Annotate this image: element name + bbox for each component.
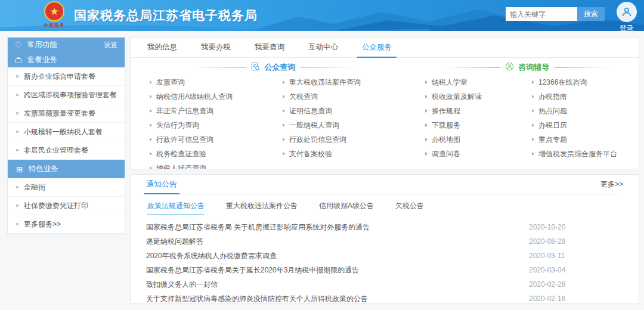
sidebar-item-social-insurance[interactable]: 社保费缴费凭证打印 <box>8 197 125 215</box>
consult-link-tax-guide[interactable]: 办税指南 <box>532 89 639 104</box>
consult-section: 咨询辅导 纳税人学堂 税收政策及解读 操作规程 下载服务 办税地图 调查问卷 <box>416 61 639 169</box>
bullet-icon <box>16 223 18 225</box>
emblem-caption: 中国税务 <box>44 22 65 29</box>
sidebar-item-invoice-limit[interactable]: 发票限额票量变更套餐 <box>8 104 125 123</box>
notice-link[interactable]: 国家税务总局江苏省税务局关于延长2020年3月纳税申报期限的通告 <box>146 265 529 275</box>
search-button[interactable]: 搜索 <box>577 7 605 21</box>
arrow-right-icon <box>150 95 152 98</box>
notice-link[interactable]: 递延纳税问题解答 <box>146 237 529 247</box>
login-link[interactable]: 登录 <box>620 23 634 31</box>
user-avatar-icon[interactable] <box>617 2 637 22</box>
sidebar-header-special-label: 特色业务 <box>29 164 58 174</box>
sidebar-item-more-services[interactable]: 更多服务>> <box>8 215 125 234</box>
sidebar-header-common-label: 常用功能 <box>27 40 57 50</box>
public-query-col2: 重大税收违法案件查询 欠税查询 证明信息查询 一般纳税人查询 行政处罚信息查询 … <box>283 75 416 169</box>
login-area: 登录 <box>617 2 637 31</box>
consult-link-key-topics[interactable]: 重点专题 <box>532 132 639 147</box>
sidebar-header-special[interactable]: ⊞ 特色业务 <box>8 160 125 178</box>
consult-link-hot-issues[interactable]: 热点问题 <box>532 104 639 118</box>
query-link-general-taxpayer[interactable]: 一般纳税人查询 <box>283 118 416 132</box>
search-bar: 搜索 <box>506 7 605 21</box>
consult-link-policy[interactable]: 税收政策及解读 <box>425 89 532 104</box>
tab-my-info[interactable]: 我的信息 <box>147 38 177 57</box>
query-link-abnormal[interactable]: 非正常户信息查询 <box>150 104 283 118</box>
arrow-right-icon <box>532 152 534 156</box>
sidebar-header-package[interactable]: 套餐业务 <box>8 52 125 67</box>
notice-title-tab[interactable]: 通知公告 <box>146 175 177 194</box>
bullet-icon <box>16 186 18 188</box>
consult-header: 咨询辅导 <box>416 61 639 73</box>
query-link-admin-license[interactable]: 行政许可信息查询 <box>150 132 283 147</box>
sidebar-item-financial-street[interactable]: 金融街 <box>8 178 125 197</box>
divider-line <box>191 67 246 68</box>
notice-link[interactable]: 致扣缴义务人的一封信 <box>146 280 529 290</box>
query-link-inspection-cert[interactable]: 税务检查证查验 <box>150 147 283 161</box>
notice-link[interactable]: 关于支持新型冠状病毒感染的肺炎疫情防控有关个人所得税政策的公告 <box>146 294 529 304</box>
consult-link-procedures[interactable]: 操作规程 <box>425 104 532 118</box>
arrow-right-icon <box>425 138 428 141</box>
sidebar-item-cross-region[interactable]: 跨区域涉税事项报验管理套餐 <box>8 86 125 104</box>
notice-more-link[interactable]: 更多>> <box>600 179 623 190</box>
arrow-right-icon <box>283 138 285 141</box>
arrow-right-icon <box>532 109 534 113</box>
main-nav-tabs: 我的信息 我要办税 我要查询 互动中心 公众服务 <box>131 38 639 58</box>
query-link-tax-arrears[interactable]: 欠税查询 <box>283 89 416 104</box>
settings-link[interactable]: 设置 <box>104 41 117 49</box>
search-input[interactable] <box>506 7 577 21</box>
query-link-payment-record[interactable]: 支付备案校验 <box>283 147 416 161</box>
notice-tab-credit-a[interactable]: 信用级别A级公告 <box>319 201 374 215</box>
grid-icon: ⊞ <box>16 165 23 173</box>
arrow-right-icon <box>532 138 534 141</box>
public-query-col1: 发票查询 纳税信用A级纳税人查询 非正常户信息查询 失信行为查询 行政许可信息查… <box>150 75 283 169</box>
bullet-icon <box>16 131 18 133</box>
sidebar-header-common[interactable]: ♡ 常用功能 设置 <box>8 38 125 52</box>
tab-my-query[interactable]: 我要查询 <box>255 38 284 57</box>
tab-interaction-center[interactable]: 互动中心 <box>308 38 338 57</box>
link-sections: 公众查询 发票查询 纳税信用A级纳税人查询 非正常户信息查询 失信行为查询 行政… <box>131 58 639 169</box>
notice-date: 2020-03-04 <box>529 266 577 274</box>
consult-link-12366[interactable]: 12366在线咨询 <box>532 75 639 89</box>
arrow-right-icon <box>532 95 534 98</box>
divider-line <box>555 67 609 68</box>
consult-link-taxpayer-school[interactable]: 纳税人学堂 <box>425 75 532 89</box>
notice-header: 通知公告 更多>> <box>146 175 623 194</box>
consult-link-tax-calendar[interactable]: 办税日历 <box>532 118 639 132</box>
query-link-admin-penalty[interactable]: 行政处罚信息查询 <box>283 132 416 147</box>
notice-link[interactable]: 2020年税务系统纳税人办税缴费需求调查 <box>146 251 529 261</box>
sidebar-item-new-enterprise[interactable]: 新办企业综合申请套餐 <box>8 67 125 86</box>
header-right: 搜索 登录 <box>506 5 637 31</box>
consult-link-downloads[interactable]: 下载服务 <box>425 118 532 132</box>
query-link-credit-a[interactable]: 纳税信用A级纳税人查询 <box>150 89 283 104</box>
notice-link[interactable]: 国家税务总局江苏省税务局 关于机房搬迁影响应用系统对外服务的通告 <box>146 222 529 232</box>
logo-area: ★ 中国税务 国家税务总局江苏省电子税务局 <box>41 1 258 30</box>
notice-tab-policy[interactable]: 政策法规通知公告 <box>147 201 205 215</box>
top-header: ★ 中国税务 国家税务总局江苏省电子税务局 搜索 登录 <box>0 0 644 31</box>
query-link-taxpayer-status[interactable]: 纳税人状态查询 <box>150 161 283 169</box>
consult-link-tax-map[interactable]: 办税地图 <box>425 132 532 147</box>
consult-link-vat-platform[interactable]: 增值税发票综合服务平台 <box>532 147 639 161</box>
notice-tab-arrears[interactable]: 欠税公告 <box>395 201 424 215</box>
query-link-invoice[interactable]: 发票查询 <box>150 75 283 89</box>
notice-row: 2020年税务系统纳税人办税缴费需求调查 2020-03-11 <box>146 249 623 263</box>
sidebar-item-small-scale[interactable]: 小规模转一般纳税人套餐 <box>8 123 125 141</box>
tab-public-services[interactable]: 公众服务 <box>362 38 392 57</box>
query-link-certificate-info[interactable]: 证明信息查询 <box>283 104 416 118</box>
query-link-major-violation[interactable]: 重大税收违法案件查询 <box>283 75 416 89</box>
sidebar-header-package-label: 套餐业务 <box>27 55 57 65</box>
arrow-right-icon <box>150 152 152 156</box>
bullet-icon <box>16 204 18 207</box>
query-link-dishonesty[interactable]: 失信行为查询 <box>150 118 283 132</box>
notice-tab-major-violation[interactable]: 重大税收违法案件公告 <box>226 201 298 215</box>
arrow-right-icon <box>532 123 534 127</box>
bullet-icon <box>16 112 18 114</box>
notice-row: 致扣缴义务人的一封信 2020-02-28 <box>146 277 623 292</box>
services-panel: 我的信息 我要办税 我要查询 互动中心 公众服务 公众查询 <box>130 37 639 169</box>
sidebar-item-non-resident[interactable]: 非居民企业管理套餐 <box>8 141 125 160</box>
consult-link-survey[interactable]: 调查问卷 <box>425 147 532 161</box>
arrow-right-icon <box>283 152 285 156</box>
arrow-right-icon <box>283 80 285 84</box>
bullet-icon <box>16 75 18 78</box>
notice-row: 国家税务总局江苏省税务局关于延长2020年3月纳税申报期限的通告 2020-03… <box>146 263 623 277</box>
public-query-title: 公众查询 <box>265 62 296 73</box>
tab-tax-handling[interactable]: 我要办税 <box>201 38 231 57</box>
